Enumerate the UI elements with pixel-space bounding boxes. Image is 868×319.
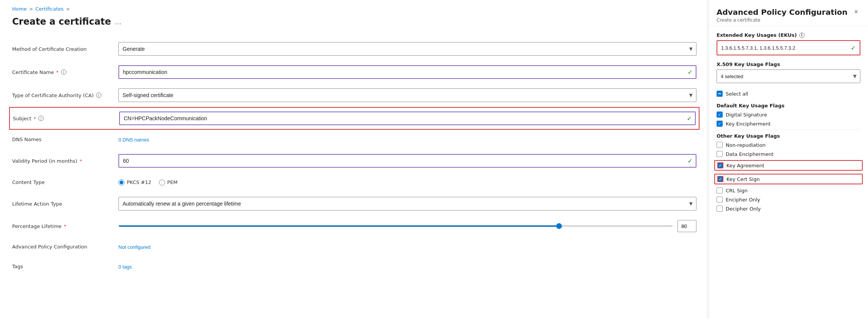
pem-radio[interactable] — [159, 179, 165, 185]
pkcs-label: PKCS #12 — [127, 179, 151, 185]
subject-row: Subject * i ✓ — [9, 107, 699, 130]
pkcs-option[interactable]: PKCS #12 — [118, 179, 151, 185]
x509-select[interactable]: 4 selected — [717, 69, 860, 83]
ca-type-label: Type of Certificate Authority (CA) i — [12, 93, 118, 98]
method-select[interactable]: Generate — [118, 42, 696, 56]
pkcs-radio[interactable] — [118, 179, 124, 185]
key-agreement-flag[interactable]: ✓ Key Agreement — [714, 160, 863, 171]
encipher-only-flag[interactable]: Encipher Only — [717, 196, 860, 203]
cert-name-label: Certificate Name * i — [12, 69, 118, 75]
crl-sign-checkbox[interactable] — [717, 187, 723, 193]
cert-name-control: ✓ — [118, 65, 696, 79]
decipher-only-checkbox[interactable] — [717, 206, 723, 212]
cert-name-info-icon[interactable]: i — [61, 69, 66, 75]
key-cert-sign-label: Key Cert Sign — [726, 176, 760, 182]
key-cert-sign-checkbox[interactable]: ✓ — [717, 176, 723, 182]
key-encipherment-flag[interactable]: ✓ Key Encipherment — [717, 121, 860, 127]
encipher-only-label: Encipher Only — [726, 197, 760, 203]
key-encipherment-checkbox[interactable]: ✓ — [717, 121, 723, 127]
percentage-control — [118, 220, 696, 232]
decipher-only-flag[interactable]: Decipher Only — [717, 206, 860, 212]
cert-name-input[interactable] — [118, 65, 696, 79]
subject-input[interactable] — [119, 112, 696, 125]
right-panel: Advanced Policy Configuration Create a c… — [709, 0, 868, 319]
tags-link[interactable]: 0 tags — [118, 264, 132, 270]
tags-control: 0 tags — [118, 264, 696, 270]
eku-label: Extended Key Usages (EKUs) i — [717, 32, 860, 38]
validity-control: ✓ — [118, 154, 696, 168]
digital-signature-flag[interactable]: ✓ Digital Signature — [717, 112, 860, 118]
eku-check-icon: ✓ — [851, 44, 856, 52]
content-type-row: Content Type PKCS #12 PEM — [12, 173, 696, 192]
tags-label: Tags — [12, 264, 118, 269]
validity-row: Validity Period (in months) * ✓ — [12, 149, 696, 173]
method-label: Method of Certificate Creation — [12, 46, 118, 52]
select-all-dash — [718, 93, 721, 94]
dns-label: DNS Names — [12, 137, 118, 142]
page-title: Create a certificate — [12, 16, 111, 27]
advanced-label: Advanced Policy Configuration — [12, 244, 118, 250]
pem-option[interactable]: PEM — [159, 179, 178, 185]
main-content: Home > Certificates > Create a certifica… — [0, 0, 709, 319]
non-repudiation-label: Non-repudiation — [726, 142, 766, 148]
advanced-link[interactable]: Not configured — [118, 244, 151, 250]
panel-header-text: Advanced Policy Configuration Create a c… — [717, 8, 848, 23]
breadcrumb-sep1: > — [29, 6, 33, 12]
lifetime-row: Lifetime Action Type Automatically renew… — [12, 192, 696, 215]
percentage-required: * — [64, 223, 66, 229]
content-type-label: Content Type — [12, 179, 118, 185]
crl-sign-flag[interactable]: CRL Sign — [717, 187, 860, 193]
eku-info-icon[interactable]: i — [799, 33, 805, 38]
ca-type-info-icon[interactable]: i — [96, 93, 101, 98]
eku-input-wrapper: ✓ — [717, 40, 860, 55]
subject-required: * — [34, 116, 36, 121]
cert-name-row: Certificate Name * i ✓ — [12, 61, 696, 84]
method-row: Method of Certificate Creation Generate … — [12, 38, 696, 61]
title-menu-button[interactable]: ... — [115, 18, 121, 26]
non-repudiation-checkbox[interactable] — [717, 142, 723, 148]
panel-header: Advanced Policy Configuration Create a c… — [709, 0, 868, 26]
breadcrumb-sep2: > — [66, 6, 70, 12]
pem-label: PEM — [167, 179, 178, 185]
cert-name-required: * — [56, 69, 59, 75]
content-type-control: PKCS #12 PEM — [118, 179, 696, 185]
select-all-row[interactable]: Select all — [717, 89, 860, 98]
non-repudiation-flag[interactable]: Non-repudiation — [717, 142, 860, 148]
key-cert-sign-check-mark: ✓ — [718, 177, 722, 182]
breadcrumb-certificates[interactable]: Certificates — [35, 6, 63, 12]
subject-label: Subject * i — [13, 116, 119, 121]
eku-input[interactable] — [717, 41, 860, 55]
key-cert-sign-flag[interactable]: ✓ Key Cert Sign — [714, 174, 863, 184]
breadcrumb-home[interactable]: Home — [12, 6, 27, 12]
ca-type-control: Self-signed certificate ▼ — [118, 88, 696, 102]
subject-control: ✓ — [119, 112, 696, 125]
select-all-label: Select all — [726, 91, 748, 97]
percentage-slider[interactable] — [118, 225, 673, 227]
key-agreement-checkbox[interactable]: ✓ — [717, 162, 723, 168]
encipher-only-checkbox[interactable] — [717, 196, 723, 203]
key-agreement-check-mark: ✓ — [718, 163, 722, 168]
select-all-checkbox[interactable] — [717, 91, 723, 97]
subject-info-icon[interactable]: i — [38, 116, 44, 121]
percentage-label: Percentage Lifetime * — [12, 223, 118, 229]
advanced-control: Not configured — [118, 244, 696, 250]
panel-close-button[interactable]: × — [852, 8, 860, 16]
dns-link[interactable]: 0 DNS names — [118, 137, 149, 143]
panel-subtitle: Create a certificate — [717, 17, 848, 23]
lifetime-label: Lifetime Action Type — [12, 201, 118, 207]
x509-label: X.509 Key Usage Flags — [717, 61, 860, 67]
percentage-value-input[interactable] — [677, 220, 696, 232]
data-encipherment-checkbox[interactable] — [717, 151, 723, 157]
percentage-row: Percentage Lifetime * — [12, 215, 696, 237]
lifetime-select[interactable]: Automatically renew at a given percentag… — [118, 197, 696, 211]
lifetime-control: Automatically renew at a given percentag… — [118, 197, 696, 211]
data-encipherment-flag[interactable]: Data Encipherment — [717, 151, 860, 157]
digital-signature-checkbox[interactable]: ✓ — [717, 112, 723, 118]
form-section: Method of Certificate Creation Generate … — [12, 38, 696, 277]
key-agreement-label: Key Agreement — [726, 163, 764, 168]
ca-type-select[interactable]: Self-signed certificate — [118, 88, 696, 102]
dns-row: DNS Names 0 DNS names — [12, 130, 696, 149]
digital-signature-check-mark: ✓ — [718, 112, 721, 117]
crl-sign-label: CRL Sign — [726, 188, 748, 193]
validity-input[interactable] — [118, 154, 696, 168]
